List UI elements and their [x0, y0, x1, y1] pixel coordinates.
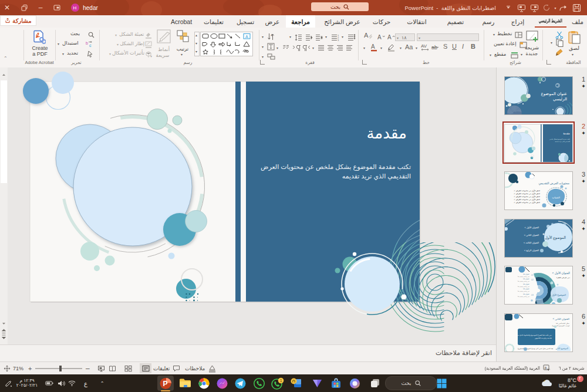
- svg-text:AV: AV: [421, 43, 427, 49]
- svg-text:3: 3: [338, 39, 339, 41]
- svg-text:✓ النص الأول من محتويات العرض: ✓ النص الأول من محتويات العرض: [514, 189, 540, 192]
- svg-text:محتويات العرض التقديمي: محتويات العرض التقديمي: [538, 181, 569, 185]
- svg-text:هذا النص مثال لنص آخر يوضح الم: هذا النص مثال لنص آخر يوضح الموضوع المطر…: [518, 347, 554, 350]
- svg-text:02: 02: [531, 279, 534, 281]
- svg-text:ab: ab: [431, 45, 437, 50]
- svg-text:< العنوان الأول: < العنوان الأول: [552, 271, 570, 275]
- svg-text:تكتب مقدمة الموضوع بشكل ملخص: تكتب مقدمة الموضوع بشكل ملخص: [549, 138, 571, 140]
- svg-text:عنوان هنا: عنوان هنا: [523, 283, 529, 285]
- svg-text:< العنوان الرابع: < العنوان الرابع: [524, 249, 539, 252]
- svg-text:1: 1: [279, 379, 282, 383]
- svg-text:نص وصفي يوضع هنا: نص وصفي يوضع هنا: [518, 296, 529, 298]
- svg-text:< العنوان الثاني: < العنوان الثاني: [524, 234, 539, 236]
- svg-text:b: b: [86, 41, 88, 45]
- svg-text:✓ النص الأول من محتويات العرض: ✓ النص الأول من محتويات العرض: [514, 192, 540, 195]
- svg-text:c: c: [89, 43, 92, 48]
- svg-text:P: P: [163, 380, 167, 388]
- svg-text:الموضوع الأول: الموضوع الأول: [552, 293, 566, 296]
- svg-text:< العنوان الأول: < العنوان الأول: [525, 226, 539, 229]
- svg-text:تقديمه وعرضه للجمهور: تقديمه وعرضه للجمهور: [534, 337, 552, 339]
- svg-text:نص يكتب هنا لشرح الموضوع والمح: نص يكتب هنا لشرح الموضوع والمحتوى الذي ي…: [517, 334, 552, 336]
- svg-text:الموضوع الثاني: الموضوع الثاني: [555, 347, 568, 350]
- svg-text:عنوان هنا: عنوان هنا: [523, 278, 529, 280]
- svg-text:✓ النص الأول من محتويات العرض: ✓ النص الأول من محتويات العرض: [514, 201, 540, 204]
- svg-text:عنوان هنا: عنوان هنا: [523, 293, 529, 295]
- svg-text:نص تعريفي للفقرة: نص تعريفي للفقرة: [556, 276, 570, 279]
- svg-text:مقدمة: مقدمة: [563, 132, 570, 135]
- svg-text:< العنوان الثاني: < العنوان الثاني: [552, 317, 569, 320]
- svg-text:التقديمي الذي تريد تقديمه: التقديمي الذي تريد تقديمه: [342, 173, 411, 180]
- svg-text:نص وصفي يوضع هنا: نص وصفي يوضع هنا: [518, 281, 529, 282]
- svg-text:a: a: [545, 366, 547, 370]
- svg-text:A: A: [387, 34, 392, 40]
- svg-text:عنوان هنا: عنوان هنا: [523, 288, 529, 290]
- svg-text:✓ النص الأول من محتويات العرض: ✓ النص الأول من محتويات العرض: [514, 195, 540, 198]
- svg-text:A: A: [364, 32, 369, 39]
- svg-text:تكتب مقدمة الموضوع بشكل ملخص ع: تكتب مقدمة الموضوع بشكل ملخص عن محتويات …: [261, 163, 411, 171]
- svg-text:الرئيسي: الرئيسي: [553, 97, 567, 102]
- svg-text:الموضوع الأول: الموضوع الأول: [545, 235, 566, 240]
- svg-text:الشباب: الشباب: [552, 196, 560, 199]
- svg-text:03: 03: [531, 294, 534, 296]
- svg-text:عنوان هنا: عنوان هنا: [523, 273, 529, 275]
- svg-text:التقديمي الذي تريد تقديمه: التقديمي الذي تريد تقديمه: [555, 141, 571, 143]
- svg-text:A: A: [377, 34, 382, 40]
- svg-text:A: A: [371, 43, 375, 50]
- svg-text:عنوان الموضوع: عنوان الموضوع: [541, 92, 567, 96]
- svg-text:مقدمة: مقدمة: [366, 124, 407, 142]
- svg-text:A: A: [245, 35, 248, 39]
- svg-text:< العنوان الثالث: < العنوان الثالث: [524, 241, 539, 244]
- svg-text:01: 01: [531, 274, 534, 276]
- svg-text:نص وصفي يوضع هنا: نص وصفي يوضع هنا: [518, 290, 529, 292]
- svg-text:✓ النص الأول من محتويات العرض: ✓ النص الأول من محتويات العرض: [514, 198, 540, 201]
